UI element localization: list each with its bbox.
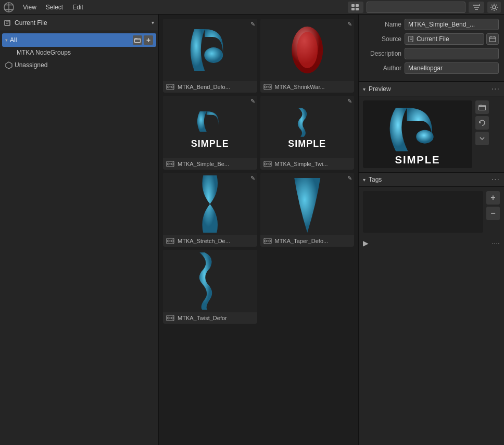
- svg-point-29: [167, 163, 169, 165]
- source-browse-btn[interactable]: [486, 33, 499, 45]
- view-toggle-button[interactable]: [348, 2, 363, 13]
- name-input[interactable]: [408, 21, 495, 28]
- asset-info-bend: MTKA_Bend_Defo...: [163, 81, 257, 93]
- refresh-icon: [478, 119, 486, 126]
- app-logo[interactable]: [3, 2, 15, 13]
- menu-edit[interactable]: Edit: [68, 2, 87, 12]
- settings-button[interactable]: [487, 2, 501, 13]
- svg-rect-54: [479, 106, 486, 110]
- preview-content: SIMPLE: [359, 96, 504, 172]
- tree-folder-btn[interactable]: [133, 35, 142, 45]
- asset-edit-icon-simple-twist[interactable]: ✎: [347, 98, 352, 105]
- asset-properties: Name Source Current File: [359, 15, 504, 82]
- asset-thumb-stretch: ✎: [163, 173, 257, 235]
- asset-thumb-simple-bend: SIMPLE ✎: [163, 96, 257, 158]
- asset-edit-icon-shrink[interactable]: ✎: [347, 21, 352, 28]
- author-value[interactable]: [405, 62, 499, 74]
- sidebar-item-mtka-nodegroups[interactable]: MTKA NodeGroups: [2, 47, 156, 58]
- asset-edit-icon-taper[interactable]: ✎: [347, 175, 352, 182]
- search-input[interactable]: [367, 2, 465, 13]
- top-bar-right: [348, 2, 501, 13]
- nodegroup-icon-6: [263, 237, 272, 245]
- asset-edit-icon-simple-bend[interactable]: ✎: [250, 98, 255, 105]
- preview-expand-btn[interactable]: [475, 132, 489, 145]
- svg-point-41: [264, 240, 267, 242]
- asset-name-taper: MTKA_Taper_Defo...: [275, 238, 329, 244]
- svg-point-11: [493, 6, 496, 9]
- tags-section-header[interactable]: ▾ Tags ···: [359, 172, 504, 187]
- top-bar: View Select Edit: [0, 0, 504, 15]
- tags-side-buttons: + −: [486, 191, 500, 233]
- tags-more-btn[interactable]: ···: [492, 175, 500, 184]
- asset-thumb-twist: [163, 250, 257, 312]
- asset-preview-twist: [163, 250, 257, 312]
- filter-button[interactable]: [469, 2, 484, 13]
- svg-point-19: [167, 86, 169, 88]
- source-label: Source: [364, 35, 401, 43]
- description-row: Description: [364, 48, 499, 59]
- asset-info-twist: MTKA_Twist_Defor: [163, 312, 257, 324]
- asset-card-bend[interactable]: ✎ MTKA_Bend_Defo...: [163, 19, 257, 93]
- tree-label-unassigned: Unassigned: [15, 61, 153, 69]
- tags-remove-btn[interactable]: −: [486, 207, 500, 220]
- tree-label-all: All: [10, 36, 131, 44]
- preview-section-header[interactable]: ▾ Preview ···: [359, 82, 504, 96]
- asset-grid-container: ✎ MTKA_Bend_Defo...: [159, 15, 358, 445]
- asset-name-twist: MTKA_Twist_Defor: [178, 315, 227, 321]
- asset-tree: ▾ All + MTKA NodeGroups: [0, 31, 158, 73]
- description-input[interactable]: [408, 50, 495, 57]
- asset-name-bend: MTKA_Bend_Defo...: [178, 84, 230, 90]
- nodegroup-icon-5: [166, 237, 174, 245]
- preview-section: ▾ Preview ···: [359, 82, 504, 172]
- sidebar-source-dropdown[interactable]: Current File ▾: [0, 15, 158, 31]
- browse-icon: [489, 35, 496, 43]
- sidebar-item-unassigned[interactable]: Unassigned: [2, 59, 156, 71]
- svg-point-42: [269, 240, 271, 242]
- asset-preview-simple-bend: [163, 105, 257, 138]
- author-row: Author: [364, 62, 499, 74]
- play-button[interactable]: ▶: [363, 239, 369, 247]
- simple-label-twist: SIMPLE: [288, 138, 326, 149]
- asset-edit-icon-bend[interactable]: ✎: [250, 21, 255, 28]
- svg-rect-5: [356, 4, 359, 7]
- svg-point-25: [264, 86, 267, 88]
- preview-folder-btn[interactable]: [475, 100, 489, 114]
- asset-card-simple-twist[interactable]: SIMPLE ✎ MTKA_Simple_Twi...: [260, 96, 355, 170]
- svg-point-33: [264, 163, 267, 165]
- svg-point-17: [204, 47, 223, 63]
- asset-card-stretch[interactable]: ✎ MTKA_Stretch_De...: [163, 173, 257, 247]
- tree-actions-all: +: [133, 35, 153, 45]
- tags-collapse-icon: ▾: [363, 177, 366, 183]
- name-value[interactable]: [405, 19, 499, 30]
- current-file-label: Current File: [15, 19, 148, 27]
- tags-label: Tags: [369, 176, 488, 183]
- asset-grid: ✎ MTKA_Bend_Defo...: [163, 19, 354, 324]
- asset-card-shrink[interactable]: ✎ MTKA_ShrinkWar...: [260, 19, 355, 93]
- preview-refresh-btn[interactable]: [475, 116, 489, 130]
- svg-marker-16: [6, 62, 12, 69]
- description-value[interactable]: [405, 48, 499, 59]
- preview-image: SIMPLE: [366, 100, 470, 168]
- author-input[interactable]: [408, 65, 495, 72]
- tags-add-btn[interactable]: +: [486, 191, 500, 205]
- sidebar: Current File ▾ ▾ All +: [0, 15, 159, 445]
- asset-edit-icon-stretch[interactable]: ✎: [250, 175, 255, 182]
- asset-card-twist[interactable]: MTKA_Twist_Defor: [163, 250, 257, 324]
- sidebar-item-all[interactable]: ▾ All +: [2, 33, 156, 47]
- asset-info-stretch: MTKA_Stretch_De...: [163, 235, 257, 247]
- asset-thumb-shrink: ✎: [260, 19, 355, 81]
- tags-footer-dots: ····: [492, 239, 500, 247]
- asset-info-simple-twist: MTKA_Simple_Twi...: [260, 158, 355, 170]
- tree-add-btn[interactable]: +: [144, 35, 153, 45]
- main-layout: Current File ▾ ▾ All +: [0, 15, 504, 445]
- asset-thumb-taper: ✎: [260, 173, 355, 235]
- svg-rect-6: [351, 8, 355, 10]
- asset-card-simple-bend[interactable]: SIMPLE ✎ MTKA_Simple_Be...: [163, 96, 257, 170]
- menu-select[interactable]: Select: [42, 2, 67, 12]
- svg-point-20: [171, 86, 173, 88]
- source-field: Current File: [405, 33, 499, 45]
- menu-view[interactable]: View: [19, 2, 41, 12]
- source-value-btn[interactable]: Current File: [405, 33, 484, 45]
- asset-card-taper[interactable]: ✎ MTKA_Taper_Defo...: [260, 173, 355, 247]
- preview-more-btn[interactable]: ···: [492, 84, 500, 94]
